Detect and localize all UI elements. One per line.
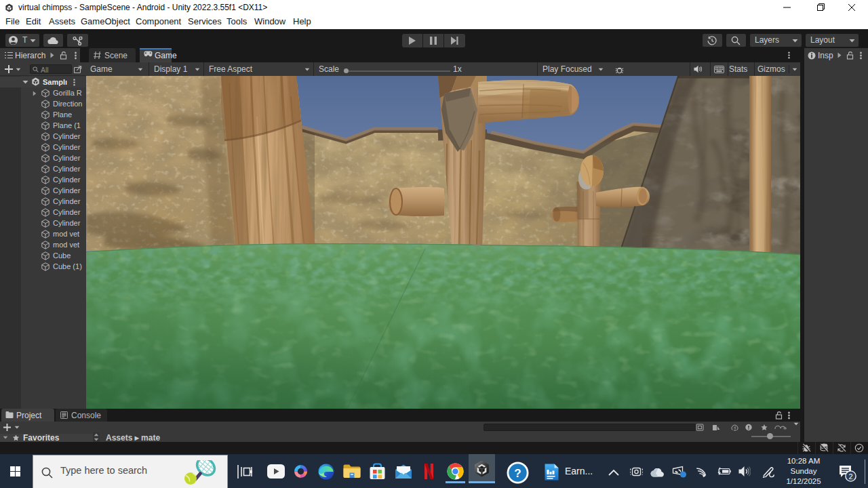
svg-text:4: 4 (734, 426, 736, 430)
svg-text:?: ? (514, 467, 521, 480)
svg-text:∞: ∞ (783, 426, 787, 430)
svg-text:2: 2 (848, 472, 852, 481)
